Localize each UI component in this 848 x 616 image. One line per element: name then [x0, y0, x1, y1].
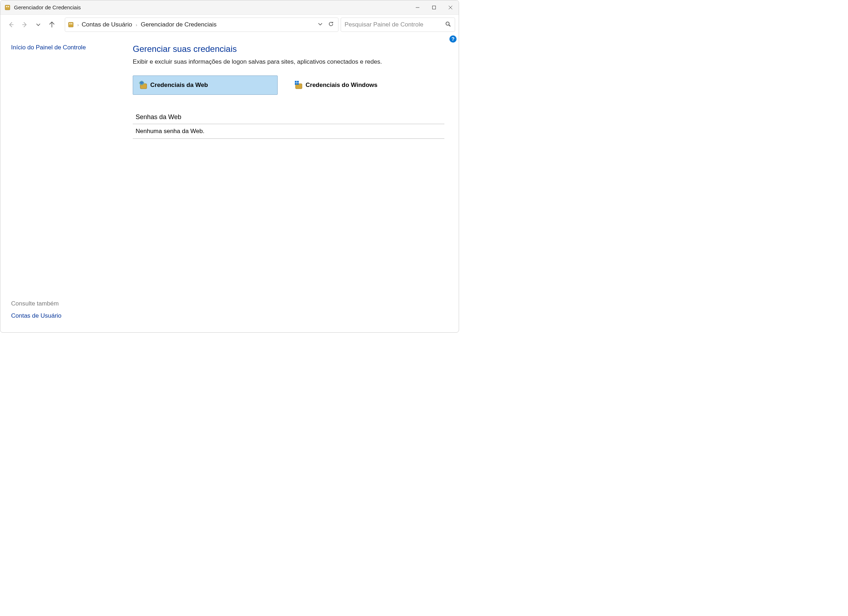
address-right [317, 21, 336, 29]
close-button[interactable] [442, 0, 459, 15]
tabs-row: Credenciais da Web Credenciais do Window… [133, 76, 445, 95]
sidebar-home-link[interactable]: Início do Painel de Controle [11, 44, 119, 51]
breadcrumb-separator: › [136, 22, 137, 28]
refresh-icon[interactable] [328, 21, 334, 29]
svg-rect-11 [70, 23, 71, 24]
up-button[interactable] [48, 21, 55, 28]
search-input[interactable] [345, 21, 442, 28]
help-icon-label: ? [452, 36, 455, 42]
svg-rect-0 [5, 5, 10, 10]
sidebar: Início do Painel de Controle Consulte ta… [0, 35, 129, 332]
main: Gerenciar suas credenciais Exibir e excl… [129, 35, 459, 332]
sidebar-spacer [11, 55, 119, 300]
nav-buttons [4, 21, 59, 28]
page-heading: Gerenciar suas credenciais [133, 44, 445, 54]
tab-label: Credenciais do Windows [305, 81, 378, 89]
svg-point-13 [446, 22, 449, 25]
address-icon [67, 21, 74, 28]
svg-rect-1 [6, 6, 7, 7]
titlebar: Gerenciador de Credenciais [0, 0, 459, 15]
svg-line-14 [449, 25, 451, 27]
see-also-heading: Consulte também [11, 300, 119, 307]
svg-rect-19 [297, 81, 299, 83]
maximize-button[interactable] [426, 0, 442, 15]
web-passwords-section: Senhas da Web Nenhuma senha da Web. [133, 111, 445, 139]
search-icon[interactable] [445, 21, 451, 29]
help-button[interactable]: ? [449, 36, 457, 43]
tab-windows-credentials[interactable]: Credenciais do Windows [288, 76, 433, 95]
chevron-down-icon[interactable] [317, 21, 323, 29]
svg-rect-21 [297, 83, 299, 85]
window: Gerenciador de Credenciais [0, 0, 459, 333]
window-controls [409, 0, 459, 15]
windows-vault-icon [294, 80, 304, 90]
section-empty-text: Nenhuma senha da Web. [133, 124, 445, 139]
content: ? Início do Painel de Controle Consulte … [0, 35, 459, 332]
recent-dropdown[interactable] [35, 21, 42, 28]
svg-rect-10 [68, 22, 73, 27]
svg-rect-18 [295, 81, 297, 83]
back-button[interactable] [7, 21, 15, 28]
breadcrumb-item[interactable]: Gerenciador de Credenciais [141, 21, 217, 28]
globe-vault-icon [138, 80, 148, 90]
toolbar: › Contas de Usuário › Gerenciador de Cre… [0, 15, 459, 35]
forward-button[interactable] [21, 21, 28, 28]
address-bar[interactable]: › Contas de Usuário › Gerenciador de Cre… [65, 18, 338, 32]
app-icon [4, 4, 11, 11]
page-description: Exibir e excluir suas informações de log… [133, 58, 445, 65]
svg-rect-12 [71, 23, 72, 24]
search-box[interactable] [341, 18, 455, 32]
minimize-button[interactable] [409, 0, 426, 15]
tab-label: Credenciais da Web [150, 81, 208, 89]
breadcrumb: Contas de Usuário › Gerenciador de Crede… [82, 21, 314, 28]
breadcrumb-root-sep: › [77, 22, 79, 28]
svg-rect-20 [295, 83, 297, 85]
section-header: Senhas da Web [133, 111, 445, 124]
see-also-link[interactable]: Contas de Usuário [11, 312, 119, 320]
svg-rect-4 [433, 6, 436, 9]
breadcrumb-item[interactable]: Contas de Usuário [82, 21, 132, 28]
window-title: Gerenciador de Credenciais [14, 4, 409, 10]
svg-rect-2 [8, 6, 9, 7]
tab-web-credentials[interactable]: Credenciais da Web [133, 76, 278, 95]
